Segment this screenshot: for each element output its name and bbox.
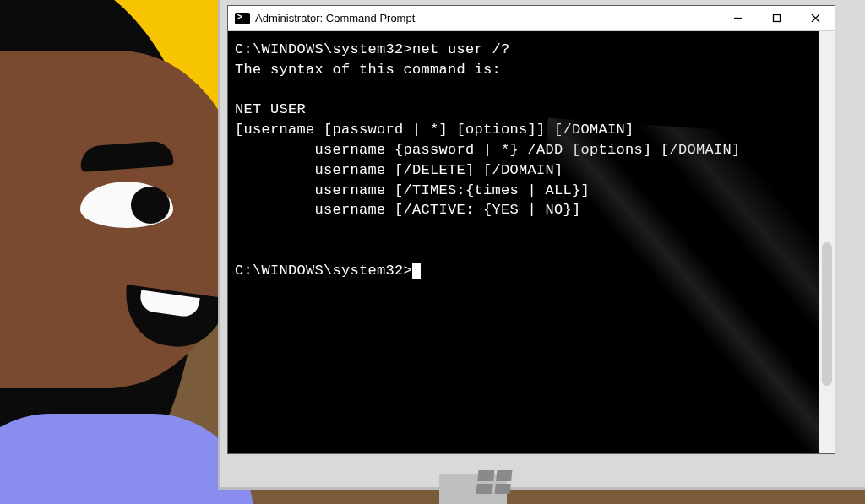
command-prompt-window: Administrator: Command Prompt C:\WINDOWS… [227, 5, 835, 454]
scrollbar-thumb[interactable] [822, 242, 832, 386]
cursor [412, 263, 421, 279]
prompt-2: C:\WINDOWS\system32> [235, 263, 412, 279]
prompt-1: C:\WINDOWS\system32> [235, 41, 412, 57]
terminal-container: C:\WINDOWS\system32>net user /? The synt… [228, 31, 835, 453]
illustration-pupil [131, 187, 170, 224]
terminal-output[interactable]: C:\WINDOWS\system32>net user /? The synt… [228, 31, 819, 453]
minimize-icon [733, 14, 743, 23]
windows-logo-icon [476, 470, 513, 494]
output-line-0: The syntax of this command is: [235, 62, 501, 78]
output-line-5: username [/DELETE] [/DOMAIN] [235, 162, 563, 178]
close-button[interactable] [796, 6, 835, 30]
titlebar[interactable]: Administrator: Command Prompt [228, 6, 835, 31]
window-controls [718, 6, 835, 30]
close-icon [811, 14, 820, 23]
output-line-2: NET USER [235, 101, 306, 117]
maximize-button[interactable] [757, 6, 796, 30]
typed-command: net user /? [412, 41, 510, 57]
illustration-teeth [139, 290, 200, 318]
minimize-button[interactable] [718, 6, 757, 30]
output-line-6: username [/TIMES:{times | ALL}] [235, 182, 590, 198]
window-title: Administrator: Command Prompt [255, 12, 718, 24]
output-line-3: [username [password | *] [options]] [/DO… [235, 122, 634, 138]
output-line-7: username [/ACTIVE: {YES | NO}] [235, 202, 581, 218]
scrollbar-track[interactable] [819, 31, 835, 453]
illustration-eye [80, 182, 173, 228]
output-line-4: username {password | *} /ADD [options] [… [235, 142, 741, 158]
maximize-icon [772, 14, 781, 23]
cmd-icon [235, 13, 250, 24]
svg-rect-1 [773, 15, 780, 22]
